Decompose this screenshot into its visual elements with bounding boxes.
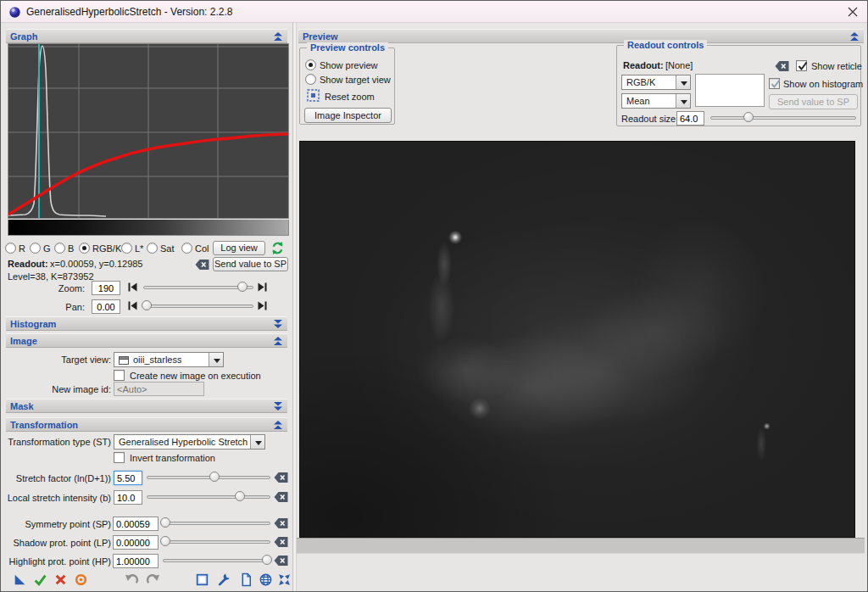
section-header-mask[interactable]: Mask bbox=[6, 399, 287, 413]
pan-slider[interactable] bbox=[143, 300, 253, 311]
preview-image[interactable] bbox=[299, 141, 855, 538]
zoom-max-icon[interactable] bbox=[258, 282, 267, 293]
readout-channel-value: RGB/K bbox=[626, 77, 655, 87]
readout-controls-readout-label: Readout: bbox=[623, 60, 664, 70]
browse-documentation-icon[interactable] bbox=[195, 572, 209, 589]
invert-transformation-checkbox[interactable] bbox=[114, 452, 125, 463]
new-image-id-input[interactable] bbox=[114, 382, 204, 396]
show-target-view-label: Show target view bbox=[320, 75, 391, 85]
show-on-histogram-checkbox[interactable] bbox=[769, 78, 780, 89]
expand-chevron-down-icon[interactable] bbox=[273, 320, 283, 331]
show-on-histogram-label: Show on histogram bbox=[783, 79, 863, 89]
web-documentation-icon[interactable] bbox=[259, 572, 273, 589]
create-new-image-checkbox[interactable] bbox=[114, 370, 125, 381]
clear-shadow-prot-icon[interactable] bbox=[274, 536, 289, 550]
invert-transformation-label: Invert transformation bbox=[130, 453, 215, 463]
shadow-prot-slider[interactable] bbox=[163, 536, 270, 547]
channel-radio-b[interactable] bbox=[54, 243, 65, 254]
clear-highlight-prot-icon[interactable] bbox=[274, 555, 289, 568]
send-value-to-sp-button-disabled[interactable]: Send value to SP bbox=[769, 94, 858, 109]
dropdown-arrow-icon[interactable] bbox=[250, 435, 264, 449]
highlight-prot-slider[interactable] bbox=[163, 555, 270, 566]
zoom-slider[interactable] bbox=[143, 282, 253, 293]
expand-chevron-down-icon[interactable] bbox=[273, 402, 283, 413]
shadow-prot-input[interactable] bbox=[113, 535, 159, 550]
reset-icon[interactable] bbox=[277, 572, 292, 589]
local-stretch-label: Local stretch intensity (b) bbox=[3, 493, 111, 503]
section-header-image[interactable]: Image bbox=[6, 333, 287, 348]
reset-zoom-icon[interactable] bbox=[307, 89, 320, 103]
image-section-title: Image bbox=[10, 336, 37, 346]
pan-input[interactable] bbox=[92, 299, 120, 314]
show-preview-radio[interactable] bbox=[305, 59, 316, 70]
collapse-chevron-up-icon[interactable] bbox=[849, 32, 860, 43]
new-instance-icon[interactable] bbox=[13, 572, 27, 589]
clear-stretch-factor-icon[interactable] bbox=[274, 472, 289, 485]
local-stretch-slider[interactable] bbox=[147, 491, 270, 502]
show-reticle-checkbox[interactable] bbox=[796, 60, 807, 71]
readout-size-slider[interactable] bbox=[710, 112, 856, 123]
create-new-image-label: Create new image on execution bbox=[130, 371, 261, 381]
send-value-to-sp-button[interactable]: Send value to SP bbox=[213, 257, 288, 271]
redo-icon[interactable] bbox=[146, 572, 160, 589]
real-time-preview-icon[interactable] bbox=[74, 572, 88, 589]
clear-symmetry-point-icon[interactable] bbox=[274, 517, 289, 531]
edit-preferences-icon[interactable] bbox=[217, 572, 231, 589]
highlight-prot-input[interactable] bbox=[113, 554, 159, 568]
channel-label-rgbk: RGB/K bbox=[92, 243, 121, 254]
clear-local-stretch-icon[interactable] bbox=[274, 491, 289, 505]
symmetry-point-input[interactable] bbox=[113, 517, 159, 531]
clear-readout-icon[interactable] bbox=[775, 60, 790, 74]
readout-stat-combo[interactable]: Mean bbox=[621, 93, 691, 109]
dropdown-arrow-icon[interactable] bbox=[676, 75, 690, 89]
intensity-ramp bbox=[8, 220, 289, 236]
section-header-graph[interactable]: Graph bbox=[6, 29, 287, 43]
section-header-histogram[interactable]: Histogram bbox=[6, 316, 287, 331]
channel-radio-r[interactable] bbox=[5, 243, 16, 254]
clear-readout-icon[interactable] bbox=[195, 259, 210, 272]
apply-icon[interactable] bbox=[33, 572, 47, 589]
stretch-factor-slider[interactable] bbox=[147, 472, 270, 483]
pan-min-icon[interactable] bbox=[128, 301, 137, 312]
channel-radio-g[interactable] bbox=[30, 243, 41, 254]
readout-controls-group: Readout controls Readout: [None] Show re… bbox=[616, 45, 861, 126]
readout-label: Readout: bbox=[8, 259, 48, 269]
collapse-chevron-up-icon[interactable] bbox=[273, 421, 283, 432]
symmetry-point-slider[interactable] bbox=[163, 517, 270, 528]
channel-radio-rgbk[interactable] bbox=[79, 243, 90, 254]
dropdown-arrow-icon[interactable] bbox=[209, 353, 223, 366]
zoom-input[interactable] bbox=[92, 281, 120, 295]
pan-max-icon[interactable] bbox=[258, 301, 267, 312]
title-bar: GeneralisedHyperbolicStretch - Version: … bbox=[1, 1, 867, 23]
undo-icon[interactable] bbox=[125, 572, 139, 589]
image-inspector-button[interactable]: Image Inspector bbox=[304, 108, 392, 123]
channel-label-col: Col bbox=[195, 243, 209, 254]
new-image-id-label: New image id: bbox=[26, 384, 111, 394]
section-header-transformation[interactable]: Transformation bbox=[6, 417, 287, 432]
channel-radio-sat[interactable] bbox=[147, 243, 158, 254]
channel-radio-col[interactable] bbox=[181, 243, 192, 254]
channel-label-lstar: L* bbox=[135, 243, 143, 254]
section-header-preview[interactable]: Preview bbox=[298, 29, 864, 43]
show-target-view-radio[interactable] bbox=[305, 74, 316, 85]
cancel-icon[interactable] bbox=[53, 572, 68, 589]
bottom-toolbar bbox=[1, 572, 292, 589]
new-document-icon[interactable] bbox=[239, 572, 253, 589]
close-icon[interactable] bbox=[845, 4, 860, 20]
collapse-chevron-up-icon[interactable] bbox=[273, 337, 283, 348]
zoom-min-icon[interactable] bbox=[128, 282, 137, 293]
local-stretch-input[interactable] bbox=[114, 490, 142, 505]
refresh-icon[interactable] bbox=[270, 241, 285, 257]
readout-size-input[interactable] bbox=[676, 111, 704, 126]
readout-channel-combo[interactable]: RGB/K bbox=[621, 75, 691, 90]
log-view-button[interactable]: Log view bbox=[213, 241, 265, 255]
collapse-chevron-up-icon[interactable] bbox=[273, 32, 283, 43]
histogram-graph[interactable] bbox=[8, 43, 289, 219]
target-view-combo[interactable]: oiii_starless bbox=[114, 352, 224, 367]
stretch-factor-input[interactable] bbox=[114, 471, 142, 485]
transformation-type-value: Generalised Hyperbolic Stretch bbox=[119, 437, 248, 447]
dropdown-arrow-icon[interactable] bbox=[676, 94, 690, 108]
transformation-type-combo[interactable]: Generalised Hyperbolic Stretch bbox=[114, 434, 265, 450]
preview-scrollbar[interactable] bbox=[297, 538, 865, 554]
channel-radio-lstar[interactable] bbox=[121, 243, 132, 254]
